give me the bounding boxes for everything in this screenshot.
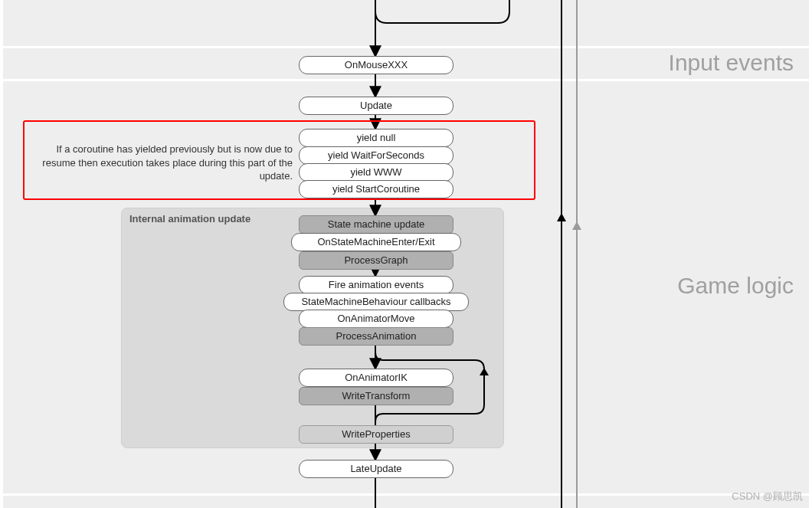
- node-on-animator-ik: OnAnimatorIK: [299, 369, 453, 387]
- node-late-update: LateUpdate: [299, 460, 453, 478]
- node-update: Update: [299, 97, 453, 115]
- node-process-graph: ProcessGraph: [299, 251, 453, 270]
- band-label-game-logic: Game logic: [677, 273, 794, 299]
- node-on-mouse-xxx: OnMouseXXX: [299, 56, 453, 74]
- band-bottom-partial: [3, 496, 809, 508]
- node-state-machine-behaviour-callbacks: StateMachineBehaviour callbacks: [283, 293, 469, 311]
- node-process-animation: ProcessAnimation: [299, 327, 453, 346]
- node-write-properties: WriteProperties: [299, 425, 453, 444]
- node-state-machine-update: State machine update: [299, 215, 453, 234]
- diagram-stage: Input events Game logic Internal animati…: [0, 0, 812, 508]
- band-top-partial: [3, 0, 809, 46]
- node-fire-animation-events: Fire animation events: [299, 276, 453, 294]
- node-yield-www: yield WWW: [299, 163, 453, 182]
- node-yield-wait-for-seconds: yield WaitForSeconds: [299, 146, 453, 165]
- node-write-transform: WriteTransform: [299, 387, 453, 405]
- global-flow-line-black: [561, 0, 562, 508]
- node-on-state-machine-enter-exit: OnStateMachineEnter/Exit: [291, 233, 461, 251]
- global-flow-line-gray: [576, 0, 578, 508]
- node-yield-start-coroutine: yield StartCoroutine: [299, 180, 453, 198]
- node-on-animator-move: OnAnimatorMove: [299, 310, 453, 328]
- watermark: CSDN @顾思凯: [732, 490, 803, 503]
- coroutine-note: If a coroutine has yielded previously bu…: [40, 143, 293, 183]
- internal-animation-update-label: Internal animation update: [129, 213, 250, 225]
- node-yield-null: yield null: [299, 129, 453, 147]
- band-label-input-events: Input events: [669, 50, 794, 76]
